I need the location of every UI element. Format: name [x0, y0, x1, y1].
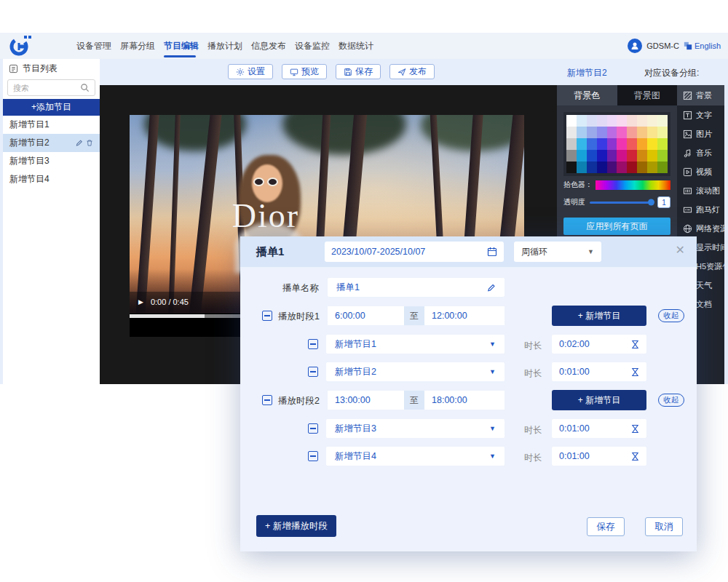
palette-color[interactable] [577, 115, 587, 127]
palette-color[interactable] [627, 150, 637, 162]
end-time-input[interactable]: 18:00:00 [424, 391, 505, 410]
play-icon[interactable]: ▶ [138, 298, 143, 306]
palette-color[interactable] [647, 127, 657, 138]
tool-item-scroll-image[interactable]: 滚动图 [677, 181, 728, 200]
remove-timeslot-button[interactable] [262, 395, 272, 405]
add-program-button[interactable]: +添加节目 [3, 99, 100, 116]
duration-input[interactable]: 0:01:00 [552, 447, 646, 466]
duration-input[interactable]: 0:01:00 [552, 362, 646, 381]
tab-background-color[interactable]: 背景色 [557, 85, 617, 105]
palette-color[interactable] [657, 162, 668, 173]
palette-color[interactable] [587, 150, 597, 162]
save-button[interactable]: 保存 [336, 64, 381, 79]
palette-color[interactable] [637, 115, 647, 127]
palette-color[interactable] [597, 115, 607, 127]
palette-color[interactable] [627, 138, 637, 150]
palette-color[interactable] [597, 138, 607, 150]
avatar[interactable] [628, 39, 642, 53]
palette-color[interactable] [647, 115, 657, 127]
nav-tab-2[interactable]: 节目编辑 [164, 40, 207, 52]
program-select[interactable]: 新增节目2▼ [326, 362, 505, 381]
program-select[interactable]: 新增节目1▼ [326, 335, 505, 354]
opacity-value[interactable]: 1 [657, 196, 670, 208]
nav-tab-5[interactable]: 设备监控 [295, 40, 339, 52]
palette-color[interactable] [607, 138, 617, 150]
program-list-item[interactable]: 新增节目3 [3, 152, 100, 170]
nav-tab-0[interactable]: 设备管理 [76, 40, 120, 52]
palette-color[interactable] [647, 150, 657, 162]
palette-color[interactable] [637, 138, 647, 150]
nav-tab-1[interactable]: 屏幕分组 [120, 40, 164, 52]
program-select[interactable]: 新增节目3▼ [326, 419, 505, 438]
palette-color[interactable] [657, 150, 668, 162]
tool-item-text[interactable]: 文字 [677, 105, 728, 124]
nav-tab-3[interactable]: 播放计划 [207, 40, 251, 52]
palette-color[interactable] [627, 115, 637, 127]
remove-program-button[interactable] [308, 367, 318, 377]
palette-color[interactable] [657, 115, 668, 127]
collapse-button[interactable]: 收起 [658, 309, 684, 322]
remove-program-button[interactable] [308, 339, 318, 349]
settings-button[interactable]: 设置 [228, 64, 273, 79]
palette-color[interactable] [566, 115, 577, 127]
playlist-name-input[interactable]: 播单1 [328, 278, 505, 297]
preview-button[interactable]: 预览 [282, 64, 327, 79]
palette-color[interactable] [597, 150, 607, 162]
palette-color[interactable] [617, 150, 627, 162]
edit-icon[interactable] [486, 283, 496, 292]
palette-color[interactable] [607, 127, 617, 138]
tool-item-marquee[interactable]: 跑马灯 [677, 200, 728, 219]
program-list-item[interactable]: 新增节目2 [3, 134, 100, 152]
tool-item-video[interactable]: 视频 [677, 162, 728, 181]
palette-color[interactable] [597, 127, 607, 138]
palette-color[interactable] [566, 150, 577, 162]
program-list-item[interactable]: 新增节目1 [3, 116, 100, 134]
add-program-to-slot-button[interactable]: + 新增节目 [552, 306, 646, 326]
end-time-input[interactable]: 12:00:00 [424, 306, 505, 325]
palette-color[interactable] [637, 150, 647, 162]
apply-all-pages-button[interactable]: 应用到所有页面 [563, 218, 670, 235]
tab-background-image[interactable]: 背景图 [617, 85, 678, 105]
palette-color[interactable] [597, 162, 607, 173]
palette-color[interactable] [637, 127, 647, 138]
tool-item-background[interactable]: 背景 [677, 85, 728, 105]
palette-color[interactable] [617, 138, 627, 150]
nav-tab-6[interactable]: 数据统计 [339, 40, 382, 52]
palette-color[interactable] [617, 115, 627, 127]
program-select[interactable]: 新增节目4▼ [326, 447, 505, 466]
modal-cancel-button[interactable]: 取消 [645, 517, 683, 536]
slider-thumb[interactable] [648, 199, 654, 206]
palette-color[interactable] [627, 127, 637, 138]
palette-color[interactable] [587, 162, 597, 173]
palette-color[interactable] [637, 162, 647, 173]
tool-item-music[interactable]: 音乐 [677, 143, 728, 162]
palette-color[interactable] [617, 162, 627, 173]
palette-color[interactable] [657, 138, 668, 150]
opacity-slider[interactable] [590, 202, 653, 204]
palette-color[interactable] [587, 115, 597, 127]
palette-color[interactable] [577, 127, 587, 138]
remove-program-button[interactable] [308, 423, 318, 434]
program-list-item[interactable]: 新增节目4 [3, 170, 100, 188]
publish-button[interactable]: 发布 [389, 64, 435, 79]
language-switch[interactable]: English [684, 41, 721, 50]
delete-icon[interactable] [86, 139, 93, 147]
color-picker-bar[interactable] [596, 180, 670, 190]
duration-input[interactable]: 0:01:00 [552, 419, 646, 438]
nav-tab-4[interactable]: 信息发布 [251, 40, 295, 52]
search-input[interactable] [13, 84, 80, 92]
start-time-input[interactable]: 13:00:00 [328, 391, 404, 410]
modal-save-button[interactable]: 保存 [587, 517, 625, 536]
tool-item-image[interactable]: 图片 [677, 124, 728, 143]
palette-color[interactable] [577, 162, 587, 173]
add-program-to-slot-button[interactable]: + 新增节目 [552, 390, 646, 410]
palette-color[interactable] [627, 162, 637, 173]
tool-item-network-resource[interactable]: 网络资源 [677, 219, 728, 238]
remove-program-button[interactable] [308, 451, 318, 461]
start-time-input[interactable]: 6:00:00 [328, 306, 404, 325]
add-timeslot-button[interactable]: + 新增播放时段 [256, 515, 336, 537]
palette-color[interactable] [647, 162, 657, 173]
palette-color[interactable] [607, 162, 617, 173]
palette-color[interactable] [566, 127, 577, 138]
edit-icon[interactable] [75, 139, 83, 147]
